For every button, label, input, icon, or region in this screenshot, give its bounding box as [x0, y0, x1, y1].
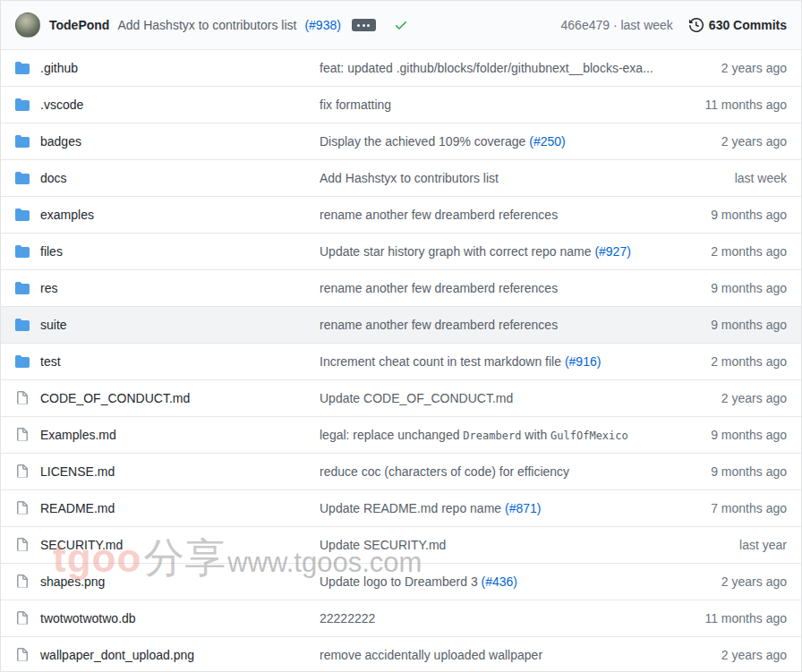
commit-age: 2 years ago: [665, 61, 801, 75]
file-name-cell: shapes.png: [1, 574, 320, 589]
file-name-link[interactable]: wallpaper_dont_upload.png: [40, 648, 194, 662]
commit-message-text: reduce coc (characters of code) for effi…: [320, 464, 569, 479]
file-name-cell: Examples.md: [1, 428, 320, 442]
commit-message-text: Add Hashstyx to contributors list: [320, 171, 499, 185]
file-name-link[interactable]: docs: [40, 171, 67, 185]
issue-link[interactable]: (#871): [505, 501, 541, 515]
commit-age: 2 years ago: [665, 134, 801, 149]
file-name-link[interactable]: Examples.md: [40, 428, 116, 442]
file-name-link[interactable]: suite: [40, 318, 67, 332]
file-name-cell: wallpaper_dont_upload.png: [1, 648, 320, 662]
issue-link[interactable]: (#916): [565, 354, 601, 369]
file-name-link[interactable]: README.md: [40, 501, 115, 515]
commit-message-link[interactable]: Update star history graph with correct r…: [320, 244, 631, 259]
commit-message-link[interactable]: reduce coc (characters of code) for effi…: [320, 464, 569, 479]
file-row: .githubfeat: updated .github/blocks/fold…: [1, 49, 801, 86]
file-name-link[interactable]: twotwotwotwo.db: [40, 611, 136, 625]
file-icon: [15, 428, 30, 442]
header-right: 466e479 · last week 630 Commits: [561, 18, 787, 32]
commit-title-link[interactable]: Add Hashstyx to contributors list: [117, 18, 296, 32]
file-icon: [15, 391, 30, 405]
issue-link[interactable]: (#436): [482, 574, 517, 589]
folder-icon: [15, 171, 30, 185]
file-name-link[interactable]: files: [40, 244, 63, 259]
author-avatar[interactable]: [15, 13, 40, 38]
commit-message-link[interactable]: fix formatting: [320, 98, 391, 112]
file-name-link[interactable]: LICENSE.md: [40, 464, 115, 479]
issue-link[interactable]: (#927): [594, 244, 630, 259]
file-name-link[interactable]: test: [40, 354, 61, 369]
ellipsis-dot: [363, 24, 365, 27]
file-name-link[interactable]: examples: [40, 208, 94, 222]
commit-message-link[interactable]: legal: replace unchanged Dreamberd with …: [320, 428, 628, 442]
file-name-cell: LICENSE.md: [1, 464, 320, 479]
file-name-link[interactable]: .github: [40, 61, 78, 75]
file-name-cell: files: [1, 244, 320, 259]
file-name-cell: badges: [1, 134, 320, 149]
commit-message-cell: 22222222: [320, 611, 665, 625]
file-row: CODE_OF_CONDUCT.mdUpdate CODE_OF_CONDUCT…: [1, 379, 801, 416]
folder-icon: [15, 354, 30, 369]
expand-commit-message-button[interactable]: [352, 19, 376, 31]
commit-message-link[interactable]: feat: updated .github/blocks/folder/gith…: [320, 61, 653, 75]
file-row: twotwotwotwo.db2222222211 months ago: [1, 600, 801, 636]
commit-message-text: Increment cheat count in test markdown f…: [320, 354, 565, 369]
commit-message-link[interactable]: Update SECURITY.md: [320, 538, 446, 552]
commit-message-link[interactable]: Display the achieved 109% coverage (#250…: [320, 134, 566, 149]
commit-age: 2 years ago: [665, 574, 801, 589]
commit-age: 2 months ago: [665, 354, 801, 369]
commit-message-text: fix formatting: [320, 98, 391, 112]
commit-message-link[interactable]: rename another few dreamberd references: [320, 281, 558, 295]
issue-link[interactable]: (#250): [529, 134, 565, 149]
commit-message-cell: rename another few dreamberd references: [320, 318, 665, 332]
commit-message-text: 22222222: [320, 611, 375, 625]
file-name-link[interactable]: shapes.png: [40, 574, 105, 589]
commit-age: last year: [665, 538, 801, 552]
commit-message-link[interactable]: Update README.md repo name (#871): [320, 501, 541, 515]
commit-message-link[interactable]: 22222222: [320, 611, 375, 625]
commit-message-link[interactable]: Increment cheat count in test markdown f…: [320, 354, 601, 369]
latest-commit-header: TodePond Add Hashstyx to contributors li…: [1, 1, 801, 49]
file-name-link[interactable]: SECURITY.md: [40, 538, 123, 552]
commit-message-link[interactable]: Add Hashstyx to contributors list: [320, 171, 499, 185]
commit-message-cell: rename another few dreamberd references: [320, 281, 665, 295]
commit-message-link[interactable]: Update logo to Dreamberd 3 (#436): [320, 574, 517, 589]
commit-message-cell: Increment cheat count in test markdown f…: [320, 354, 665, 369]
status-check-icon[interactable]: [394, 18, 408, 32]
file-name-cell: examples: [1, 208, 320, 222]
file-name-link[interactable]: badges: [40, 134, 81, 149]
commit-message-link[interactable]: remove accidentally uploaded wallpaper: [320, 648, 542, 662]
commit-message-text: Display the achieved 109% coverage: [320, 134, 529, 149]
commit-message-text: Update SECURITY.md: [320, 538, 446, 552]
commit-age: last week: [665, 171, 801, 185]
pr-link[interactable]: (#938): [304, 18, 340, 32]
commit-age: 11 months ago: [665, 98, 801, 112]
commit-message-text: remove accidentally uploaded wallpaper: [320, 648, 542, 662]
commit-message-link[interactable]: rename another few dreamberd references: [320, 208, 558, 222]
commit-message-cell: Update star history graph with correct r…: [320, 244, 665, 259]
commit-message-cell: fix formatting: [320, 98, 665, 112]
commit-message-cell: Update CODE_OF_CONDUCT.md: [320, 391, 665, 405]
commit-hash-time: 466e479 · last week: [561, 18, 673, 32]
file-name-link[interactable]: CODE_OF_CONDUCT.md: [40, 391, 190, 405]
commit-history-link[interactable]: 630 Commits: [689, 18, 787, 32]
commit-message-cell: remove accidentally uploaded wallpaper: [320, 648, 665, 662]
file-row: resrename another few dreamberd referenc…: [1, 269, 801, 306]
commit-message-link[interactable]: Update CODE_OF_CONDUCT.md: [320, 391, 513, 405]
file-icon: [15, 648, 30, 662]
file-icon: [15, 538, 30, 552]
file-name-link[interactable]: .vscode: [40, 98, 83, 112]
file-name-link[interactable]: res: [40, 281, 57, 295]
commit-age: 9 months ago: [665, 281, 801, 295]
file-name-cell: CODE_OF_CONDUCT.md: [1, 391, 320, 405]
file-row: shapes.pngUpdate logo to Dreamberd 3 (#4…: [1, 563, 801, 600]
file-name-cell: SECURITY.md: [1, 538, 320, 552]
commit-message-text: Update CODE_OF_CONDUCT.md: [320, 391, 513, 405]
folder-icon: [15, 281, 30, 295]
file-list: .githubfeat: updated .github/blocks/fold…: [1, 49, 801, 672]
commit-message-text: rename another few dreamberd references: [320, 208, 558, 222]
commit-message-link[interactable]: rename another few dreamberd references: [320, 318, 558, 332]
commit-count-label: 630 Commits: [709, 18, 787, 32]
author-link[interactable]: TodePond: [49, 18, 109, 32]
file-row: docsAdd Hashstyx to contributors listlas…: [1, 159, 801, 196]
